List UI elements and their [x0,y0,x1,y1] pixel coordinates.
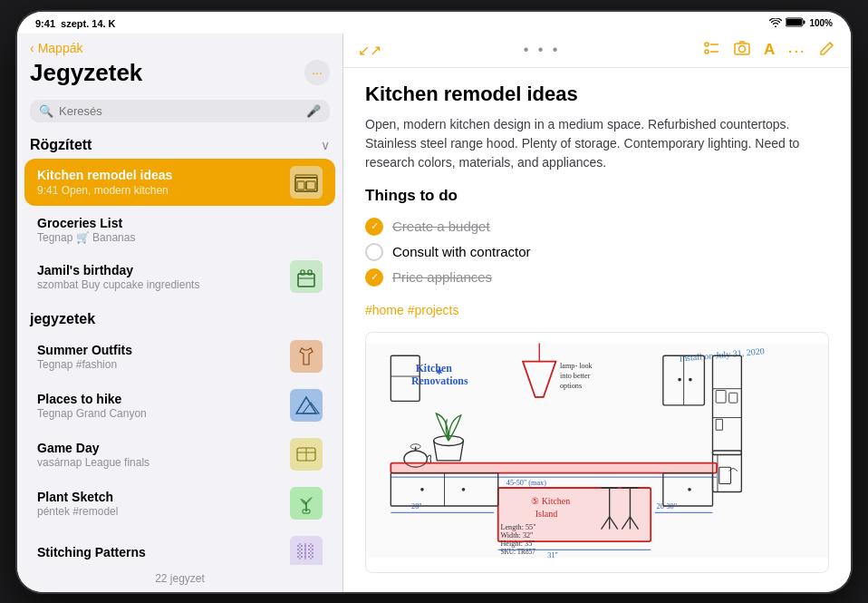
note-item-birthday[interactable]: Jamil's birthday szombat Buy cupcake ing… [24,253,335,300]
note-title-gameday: Game Day [37,440,281,456]
svg-point-41 [689,377,692,381]
note-meta-plant: péntek #remodel [37,505,281,518]
checklist-icon[interactable] [702,39,720,62]
note-item-gameday[interactable]: Game Day vasárnap League finals [24,431,335,478]
svg-rect-8 [298,274,314,287]
note-item-kitchen[interactable]: Kitchen remodel ideas 9:41 Open, modern … [24,159,335,206]
pinned-section-header: Rögzített ∨ [17,133,342,157]
note-item-groceries[interactable]: Groceries List Tegnap 🛒 Bananas [24,208,335,251]
toolbar-right: A ··· [702,39,836,62]
compose-icon[interactable] [818,39,836,62]
note-item-outfits[interactable]: Summer Outfits Tegnap #fashion [24,333,335,380]
note-meta-gameday: vasárnap League finals [37,456,281,469]
svg-point-40 [678,377,681,381]
note-title-groceries: Groceries List [37,215,323,231]
note-title-hike: Places to hike [37,391,281,407]
svg-text:Width: 32": Width: 32" [500,530,533,539]
svg-point-85 [462,487,466,491]
note-item-hike[interactable]: Places to hike Tegnap Grand Canyon [24,382,335,429]
note-heading: Kitchen remodel ideas [365,83,829,106]
back-button[interactable]: ‹ Mappák [30,41,330,55]
note-thumb-birthday [290,260,323,293]
note-text-outfits: Summer Outfits Tegnap #fashion [37,342,281,371]
camera-icon[interactable] [733,39,751,62]
note-title-kitchen: Kitchen remodel ideas [37,167,281,183]
todo-text-appliances: Price appliances [392,269,492,285]
svg-point-30 [739,45,746,52]
todo-text-contractor: Consult with contractor [392,244,531,259]
back-label: Mappák [38,41,83,55]
note-text-birthday: Jamil's birthday szombat Buy cupcake ing… [37,262,281,291]
battery-label: 100% [809,18,833,28]
markup-icon[interactable]: A [764,41,775,59]
mic-icon: 🎤 [306,104,321,118]
svg-point-87 [688,487,691,491]
note-item-plant[interactable]: Plant Sketch péntek #remodel [24,480,335,527]
note-thumb-kitchen [290,166,323,199]
wifi-icon [769,18,782,29]
todo-item-budget: ✓ Create a budget [365,214,829,239]
svg-rect-7 [295,175,317,178]
status-time: 9:41 [35,18,55,29]
note-thumb-gameday [290,438,323,471]
note-thumb-stitching [290,536,323,565]
chevron-down-icon: ∨ [321,138,330,152]
svg-rect-2 [786,19,802,25]
todo-list: ✓ Create a budget Consult with contracto… [365,214,829,290]
note-meta-birthday: szombat Buy cupcake ingredients [37,278,281,291]
note-title-plant: Plant Sketch [37,489,281,505]
search-input[interactable] [59,104,301,118]
todo-check-budget[interactable]: ✓ [365,218,383,236]
svg-point-84 [420,487,424,491]
svg-rect-5 [306,181,315,190]
svg-text:⑤ Kitchen: ⑤ Kitchen [531,496,570,506]
notes-section-divider: jegyzetek [17,302,342,331]
todo-section-title: Things to do [365,187,829,205]
search-icon: 🔍 [39,104,53,118]
note-text-kitchen: Kitchen remodel ideas 9:41 Open, modern … [37,167,281,196]
svg-rect-1 [804,21,805,24]
todo-check-contractor[interactable] [365,243,383,261]
svg-text:Island: Island [535,508,557,518]
sidebar-header: ‹ Mappák Jegyzetek ··· [17,34,342,92]
note-meta-hike: Tegnap Grand Canyon [37,407,281,420]
main-content: ‹ Mappák Jegyzetek ··· 🔍 🎤 Rögzített ∨ [17,34,851,592]
todo-item-contractor: Consult with contractor [365,239,829,265]
note-description: Open, modern kitchen design in a medium … [365,115,829,172]
svg-rect-4 [297,181,304,190]
pinned-label: Rögzített [30,137,92,153]
svg-point-25 [705,43,709,46]
note-body: Kitchen remodel ideas Open, modern kitch… [343,68,851,592]
note-text-gameday: Game Day vasárnap League finals [37,440,281,469]
sketch-area: Install on July 31, 2020 Kitchen Renovat… [365,332,829,573]
svg-text:options: options [560,381,582,389]
note-title-stitching: Stitching Patterns [37,544,281,560]
note-item-stitching[interactable]: Stitching Patterns [24,529,335,565]
note-title-birthday: Jamil's birthday [37,262,281,278]
note-detail: ↙↗ • • • [343,34,851,592]
status-right: 100% [769,17,833,29]
status-date: szept. 14. K [61,18,116,29]
battery-icon [786,17,805,29]
todo-item-appliances: ✓ Price appliances [365,265,829,290]
resize-icon[interactable]: ↙↗ [358,42,381,59]
svg-text:Length: 55": Length: 55" [500,522,535,530]
sidebar-title: Jegyzetek [30,59,142,87]
svg-text:into better: into better [560,371,591,379]
svg-text:31": 31" [547,551,558,559]
toolbar-dots: • • • [524,42,561,58]
note-meta-kitchen: 9:41 Open, modern kitchen [37,184,281,197]
notes-section-label: jegyzetek [30,311,95,326]
tags: #home #projects [365,303,829,317]
svg-text:45-50" (max): 45-50" (max) [506,479,546,487]
device-frame: 9:41 szept. 14. K 100% [17,12,851,592]
search-bar[interactable]: 🔍 🎤 [30,100,330,122]
status-bar: 9:41 szept. 14. K 100% [17,12,851,34]
svg-text:lamp- look: lamp- look [560,361,593,369]
note-text-hike: Places to hike Tegnap Grand Canyon [37,391,281,420]
note-count: 22 jegyzet [17,565,342,592]
more-options-icon[interactable]: ··· [787,40,805,61]
status-left: 9:41 szept. 14. K [35,18,116,29]
todo-check-appliances[interactable]: ✓ [365,268,383,287]
sidebar-more-button[interactable]: ··· [304,60,330,85]
